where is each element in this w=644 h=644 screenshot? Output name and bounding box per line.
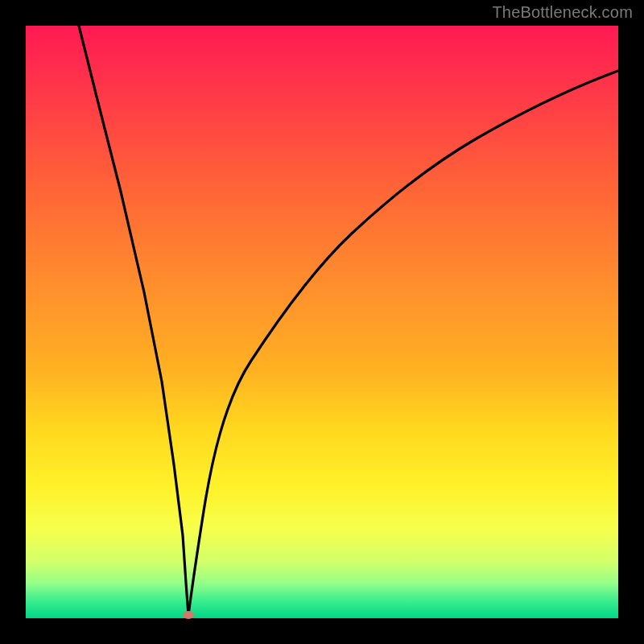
attribution-text: TheBottleneck.com: [492, 3, 633, 22]
plot-area: [26, 26, 618, 618]
bottleneck-curve: [26, 26, 618, 618]
chart-frame: TheBottleneck.com: [0, 0, 644, 644]
minimum-marker: [183, 611, 194, 619]
